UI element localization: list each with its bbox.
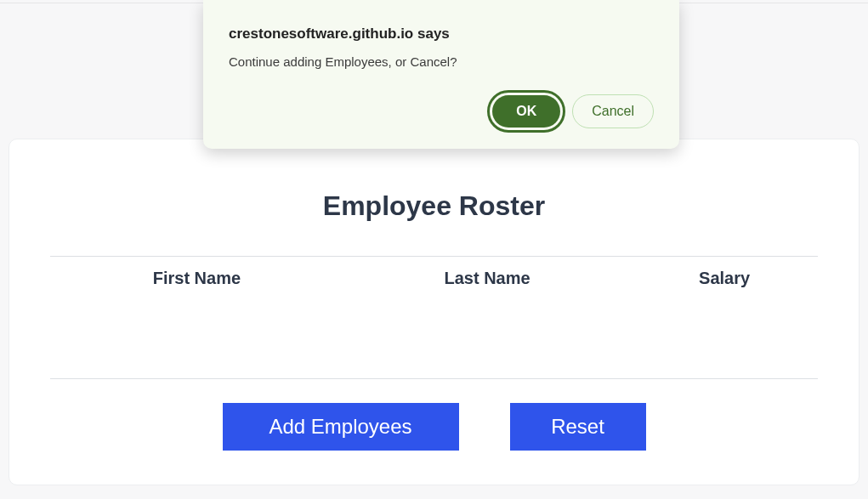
- table-cell-empty: [631, 302, 818, 378]
- table-header-row: First Name Last Name Salary: [50, 257, 818, 303]
- table-cell-empty: [50, 302, 343, 378]
- column-header-salary: Salary: [631, 257, 818, 303]
- column-header-last-name: Last Name: [343, 257, 631, 303]
- dialog-buttons: OK Cancel: [229, 94, 654, 128]
- reset-button[interactable]: Reset: [510, 403, 646, 451]
- confirm-dialog: crestonesoftware.github.io says Continue…: [203, 0, 679, 149]
- dialog-title: crestonesoftware.github.io says: [229, 26, 654, 43]
- ok-button[interactable]: OK: [492, 95, 560, 128]
- add-employees-button[interactable]: Add Employees: [223, 403, 459, 451]
- column-header-first-name: First Name: [50, 257, 343, 303]
- employee-table: First Name Last Name Salary: [50, 256, 818, 379]
- dialog-message: Continue adding Employees, or Cancel?: [229, 54, 654, 69]
- employee-roster-card: Employee Roster First Name Last Name Sal…: [9, 139, 859, 485]
- button-row: Add Employees Reset: [50, 403, 818, 451]
- table-cell-empty: [343, 302, 631, 378]
- cancel-button[interactable]: Cancel: [572, 94, 654, 128]
- page-title: Employee Roster: [50, 190, 818, 222]
- table-row: [50, 302, 818, 378]
